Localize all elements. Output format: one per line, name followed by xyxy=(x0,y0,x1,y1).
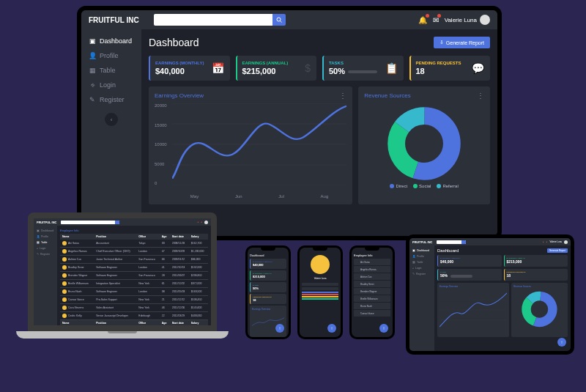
table-row[interactable]: Cedric KellySenior Javascript DeveloperE… xyxy=(60,312,208,320)
fab-button[interactable]: ↑ xyxy=(275,324,284,333)
table-row[interactable]: Cara StevensSales AssistantNew York46201… xyxy=(60,304,208,312)
nav-dashboard[interactable]: ▣ Dashboard xyxy=(409,248,434,254)
card-earnings-annual: EARNINGS (ANNUAL) $215,000 $ xyxy=(236,56,317,81)
nav-profile[interactable]: 👤 Profile xyxy=(409,254,434,259)
table-row[interactable]: Angelica RamosChief Executive Officer (C… xyxy=(60,248,208,256)
tablet-device: FRUITFUL INC●●Valerie Luna ▣ Dashboard 👤… xyxy=(406,234,574,355)
employee-table: NamePositionOfficeAgeStart dateSalaryAir… xyxy=(60,234,208,325)
dollar-icon: $ xyxy=(305,62,311,74)
nav-table[interactable]: ▦Table xyxy=(81,63,141,78)
nav-login[interactable]: ⎆ Login xyxy=(34,245,57,251)
table-row[interactable]: Brenden WagnerSoftware EngineerSan Franc… xyxy=(60,272,208,280)
generate-report-button[interactable]: Generate Report xyxy=(547,248,568,253)
svg-point-0 xyxy=(277,18,281,21)
avatar xyxy=(480,15,490,25)
card-earnings-monthly: EARNINGS (MONTHLY) $40,000 📅 xyxy=(149,56,230,81)
calendar-icon: 📅 xyxy=(212,62,224,74)
nav-login[interactable]: ⎆ Login xyxy=(409,265,434,271)
laptop-device: FRUITFUL INC ●● ▣ Dashboard 👤 Profile ▦ … xyxy=(16,212,229,359)
phone-device-2: Valerie Luna ↑ xyxy=(297,245,343,339)
download-icon: ⇩ xyxy=(440,40,444,45)
app-header: FRUITFUL INC 🔔 ✉ Valerie Luna xyxy=(81,10,497,29)
messages-icon[interactable]: ✉ xyxy=(433,16,439,24)
user-icon: 👤 xyxy=(89,52,96,59)
nav-profile[interactable]: 👤Profile xyxy=(81,48,141,63)
search-bar[interactable] xyxy=(437,240,466,244)
search-button[interactable] xyxy=(272,14,286,26)
fab-button[interactable]: ↑ xyxy=(379,324,388,333)
chart-menu-button[interactable]: ⋮ xyxy=(339,95,346,97)
user-menu[interactable]: Valerie Luna xyxy=(445,15,490,25)
brand-logo[interactable]: FRUITFUL INC xyxy=(89,16,139,24)
alerts-icon[interactable]: 🔔 xyxy=(418,16,427,24)
nav-register[interactable]: ✎Register xyxy=(81,92,141,107)
table-icon: ▦ xyxy=(89,67,96,74)
nav-login[interactable]: ⎆Login xyxy=(81,78,141,92)
table-row[interactable]: Bruno NashSoftware EngineerLondon382011/… xyxy=(60,288,208,296)
search-input[interactable] xyxy=(154,14,272,26)
chart-menu-button[interactable]: ⋮ xyxy=(477,95,484,97)
desktop-monitor: FRUITFUL INC 🔔 ✉ Valerie Luna ▣Dashboard… xyxy=(77,6,502,240)
svg-line-1 xyxy=(280,21,281,23)
page-title: Dashboard xyxy=(149,37,199,48)
fab-button[interactable]: ↑ xyxy=(327,324,336,333)
nav-dashboard[interactable]: ▣ Dashboard xyxy=(34,228,57,234)
nav-register[interactable]: ✎ Register xyxy=(409,271,434,277)
login-icon: ⎆ xyxy=(89,81,96,89)
phone-device-1: Dashboard EARNINGS (MONTHLY)$40,000 EARN… xyxy=(245,245,291,339)
search-bar[interactable] xyxy=(61,221,119,224)
earnings-chart-panel: Earnings Overview⋮ 20000150001000050000 … xyxy=(149,86,352,204)
comments-icon: 💬 xyxy=(472,62,484,74)
nav-dashboard[interactable]: ▣Dashboard xyxy=(81,34,141,48)
phone-device-3: Employee Info Airi SatouAngelica RamosAs… xyxy=(349,245,395,339)
search-bar xyxy=(154,14,286,26)
clipboard-icon: 📋 xyxy=(385,62,398,74)
gauge-icon: ▣ xyxy=(89,37,96,45)
register-icon: ✎ xyxy=(89,96,96,103)
nav-table[interactable]: ▦ Table xyxy=(409,259,434,265)
revenue-chart-panel: Revenue Sources⋮ Direct Social Referral xyxy=(358,86,490,204)
table-row[interactable]: Ashton CoxJunior Technical AuthorSan Fra… xyxy=(60,256,208,264)
table-row[interactable]: Brielle WilliamsonIntegration Specialist… xyxy=(60,280,208,288)
table-row[interactable]: Airi SatouAccountantTokyo332008/11/28$16… xyxy=(60,240,208,248)
generate-report-button[interactable]: ⇩Generate Report xyxy=(434,37,490,48)
table-row[interactable]: Bradley GreerSoftware EngineerLondon4120… xyxy=(60,264,208,272)
nav-profile[interactable]: 👤 Profile xyxy=(34,234,57,240)
card-tasks: TASKS 50% 📋 xyxy=(322,56,404,81)
collapse-sidebar-button[interactable]: ‹ xyxy=(105,113,118,126)
card-pending: PENDING REQUESTS 18 💬 xyxy=(409,56,491,81)
table-row[interactable]: Caesar VancePre-Sales SupportNew York212… xyxy=(60,296,208,304)
sidebar: ▣Dashboard 👤Profile ▦Table ⎆Login ✎Regis… xyxy=(81,29,141,236)
nav-register[interactable]: ✎ Register xyxy=(34,251,57,257)
main-content: Dashboard ⇩Generate Report EARNINGS (MON… xyxy=(141,29,497,236)
fab-button[interactable]: ↑ xyxy=(557,338,566,347)
nav-table[interactable]: ▦ Table xyxy=(34,240,57,245)
